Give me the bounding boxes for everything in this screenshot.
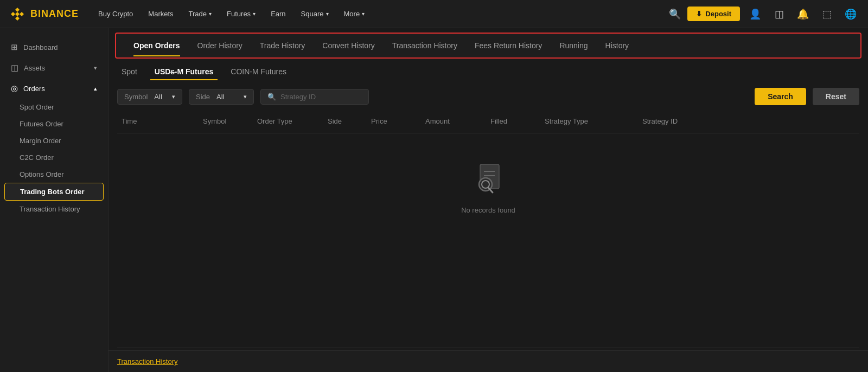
col-filled: Filled: [486, 115, 540, 127]
tab-transaction-history[interactable]: Transaction History: [384, 35, 466, 56]
nav-more[interactable]: More ▾: [337, 7, 372, 21]
svg-marker-3: [15, 12, 20, 16]
deposit-button[interactable]: ⬇ Deposit: [687, 7, 740, 21]
nav-futures[interactable]: Futures ▾: [220, 7, 262, 21]
square-chevron: ▾: [326, 11, 329, 17]
sub-tab-bar: Spot USDS-M Futures COIN-M Futures: [108, 59, 868, 79]
col-strategy-id: Strategy ID: [638, 115, 859, 127]
side-filter[interactable]: Side All ▾: [189, 89, 254, 105]
symbol-chevron: ▾: [172, 93, 175, 100]
dashboard-icon: ⊞: [11, 42, 18, 52]
tab-running[interactable]: Running: [551, 35, 596, 56]
sub-tab-usdm-futures[interactable]: USDS-M Futures: [150, 64, 218, 79]
reset-button[interactable]: Reset: [813, 88, 859, 105]
divider: [117, 348, 859, 348]
sidebar-sub-trading-bots-order[interactable]: Trading Bots Order: [4, 183, 104, 201]
nav-buy-crypto[interactable]: Buy Crypto: [92, 7, 139, 21]
col-price: Price: [367, 115, 421, 127]
sidebar-sub-c2c-order[interactable]: C2C Order: [0, 149, 108, 166]
nav-square[interactable]: Square ▾: [295, 7, 335, 21]
col-order-type: Order Type: [253, 115, 323, 127]
col-time: Time: [117, 115, 199, 127]
search-button[interactable]: Search: [755, 88, 806, 105]
no-records-icon: [472, 162, 505, 200]
notification-icon[interactable]: 🔔: [794, 5, 812, 23]
nav-right: 🔍 ⬇ Deposit 👤 ◫ 🔔 ⬚ 🌐: [669, 5, 859, 23]
filter-bar: Symbol All ▾ Side All ▾ 🔍 Strategy ID Se…: [108, 79, 868, 110]
tab-trade-history[interactable]: Trade History: [251, 35, 314, 56]
main-layout: ⊞ Dashboard ◫ Assets ▾ ◎ Orders ▴ Spot O…: [0, 28, 868, 372]
logo-text: BINANCE: [30, 8, 79, 20]
svg-marker-2: [20, 12, 24, 16]
assets-chevron: ▾: [94, 65, 97, 72]
strategy-search-icon: 🔍: [267, 93, 276, 101]
sub-tab-spot[interactable]: Spot: [117, 64, 142, 79]
logo[interactable]: BINANCE: [9, 5, 79, 23]
sidebar-sub-options-order[interactable]: Options Order: [0, 166, 108, 183]
side-value: All: [216, 93, 224, 101]
nav-items: Buy Crypto Markets Trade ▾ Futures ▾ Ear…: [92, 7, 669, 21]
nav-trade[interactable]: Trade ▾: [182, 7, 218, 21]
top-nav: BINANCE Buy Crypto Markets Trade ▾ Futur…: [0, 0, 868, 28]
orders-icon[interactable]: ◫: [770, 5, 788, 23]
more-chevron: ▾: [362, 11, 365, 17]
trade-chevron: ▾: [209, 11, 212, 17]
settings-icon[interactable]: ⬚: [818, 5, 835, 23]
nav-markets[interactable]: Markets: [142, 7, 180, 21]
sidebar-item-assets[interactable]: ◫ Assets ▾: [0, 57, 108, 78]
svg-marker-0: [15, 8, 20, 12]
assets-icon: ◫: [11, 63, 18, 73]
sidebar: ⊞ Dashboard ◫ Assets ▾ ◎ Orders ▴ Spot O…: [0, 28, 108, 372]
symbol-label: Symbol: [124, 93, 148, 101]
search-icon[interactable]: 🔍: [669, 8, 681, 20]
col-strategy-type: Strategy Type: [540, 115, 638, 127]
tab-fees-return-history[interactable]: Fees Return History: [466, 35, 551, 56]
empty-state: No records found: [117, 133, 859, 242]
table-header: Time Symbol Order Type Side Price Amount…: [117, 110, 859, 133]
sidebar-label-orders: Orders: [23, 85, 45, 93]
symbol-filter[interactable]: Symbol All ▾: [117, 89, 182, 105]
orders-sidebar-icon: ◎: [11, 84, 18, 93]
tab-convert-history[interactable]: Convert History: [314, 35, 383, 56]
transaction-history-link[interactable]: Transaction History: [117, 357, 178, 365]
sidebar-sub-spot-order[interactable]: Spot Order: [0, 99, 108, 116]
sidebar-sub-futures-order[interactable]: Futures Order: [0, 116, 108, 132]
svg-marker-1: [11, 12, 15, 16]
bottom-bar: Transaction History: [108, 350, 868, 372]
col-symbol: Symbol: [199, 115, 253, 127]
sidebar-sub-margin-order[interactable]: Margin Order: [0, 132, 108, 149]
tab-open-orders[interactable]: Open Orders: [125, 35, 189, 56]
strategy-id-input-wrapper[interactable]: 🔍 Strategy ID: [260, 89, 369, 105]
side-label: Side: [196, 93, 210, 101]
svg-marker-4: [15, 16, 20, 21]
no-records-text: No records found: [461, 206, 515, 214]
side-chevron: ▾: [244, 93, 247, 100]
user-icon[interactable]: 👤: [746, 5, 764, 23]
tab-bar: Open Orders Order History Trade History …: [115, 33, 861, 59]
col-amount: Amount: [421, 115, 486, 127]
content-area: Open Orders Order History Trade History …: [108, 28, 868, 372]
sidebar-label-assets: Assets: [24, 64, 45, 72]
sidebar-label-dashboard: Dashboard: [23, 43, 58, 52]
orders-chevron: ▴: [94, 85, 97, 92]
symbol-value: All: [154, 93, 162, 101]
strategy-id-placeholder: Strategy ID: [280, 93, 316, 101]
futures-chevron: ▾: [253, 11, 256, 17]
sub-tab-coinm-futures[interactable]: COIN-M Futures: [226, 64, 291, 79]
nav-earn[interactable]: Earn: [264, 7, 292, 21]
logo-icon: [9, 5, 26, 23]
globe-icon[interactable]: 🌐: [842, 5, 859, 23]
col-side: Side: [323, 115, 367, 127]
tab-history[interactable]: History: [597, 35, 638, 56]
tab-order-history[interactable]: Order History: [189, 35, 251, 56]
table-container: Time Symbol Order Type Side Price Amount…: [108, 110, 868, 345]
sidebar-sub-transaction-history[interactable]: Transaction History: [0, 201, 108, 217]
download-icon: ⬇: [696, 10, 702, 18]
sidebar-item-orders[interactable]: ◎ Orders ▴: [0, 78, 108, 99]
sidebar-item-dashboard[interactable]: ⊞ Dashboard: [0, 37, 108, 57]
